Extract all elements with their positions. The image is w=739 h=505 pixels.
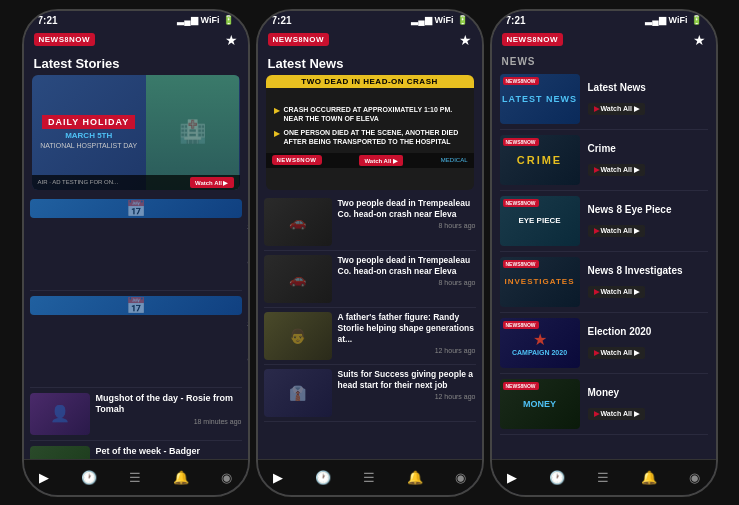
cat-watch-btn-el[interactable]: ▶ Watch All ▶ [588,347,645,359]
news2-text-3: Suits for Success giving people a head s… [338,369,476,400]
watch-label-cr: Watch All ▶ [601,166,639,174]
nav-more-3[interactable]: ◉ [689,470,700,485]
category-election[interactable]: NEWS8NOW ★ CAMPAIGN 2020 Election 2020 ▶… [500,313,708,374]
news-item-3[interactable]: 🐾 Pet of the week - Badger 18 minutes ag… [30,441,242,459]
cat-name-mn: Money [588,387,708,398]
cat-watch-btn-mn[interactable]: ▶ Watch All ▶ [588,408,645,420]
nav-menu-1[interactable]: ☰ [129,470,141,485]
watch-all-btn-2[interactable]: Watch All ▶ [359,155,403,166]
nav-menu-2[interactable]: ☰ [363,470,375,485]
phone-2: 7:21 ▂▄▆ WiFi 🔋 NEWS8NOW ★ Latest News T… [256,9,484,497]
news-text-3: Pet of the week - Badger 18 minutes ago [96,446,242,459]
watch-all-btn-1[interactable]: Watch All ▶ [190,177,234,188]
money-label: MONEY [523,399,556,409]
thumb-daily-0: 📅 [30,199,242,218]
cat-info-ln: Latest News ▶ Watch All ▶ [588,82,708,115]
news2-item-1[interactable]: 🚗 Two people dead in Trempealeau Co. hea… [264,251,476,308]
nav-clock-1[interactable]: 🕐 [81,470,97,485]
nav-more-2[interactable]: ◉ [455,470,466,485]
breaking-bg: ▶ CRASH OCCURRED AT APPROXIMATELY 1:10 P… [266,88,474,168]
thumb-icon-c1: 🚗 [289,271,306,287]
hero-banner-1[interactable]: DAILY HOLIDAY MARCH 5TH NATIONAL HOSPITA… [32,75,240,190]
news-item-2[interactable]: 👤 Mugshot of the day - Rosie from Tomah … [30,388,242,441]
category-latest-news[interactable]: NEWS8NOW LATEST NEWS Latest News ▶ Watch… [500,69,708,130]
cat-watch-btn-inv[interactable]: ▶ Watch All ▶ [588,286,645,298]
news2-text-0: Two people dead in Trempealeau Co. head-… [338,198,476,229]
wifi-icon-1: WiFi [201,15,220,25]
phone-content-1: DAILY HOLIDAY MARCH 5TH NATIONAL HOSPITA… [24,75,248,459]
cat-watch-btn-ep[interactable]: ▶ Watch All ▶ [588,225,645,237]
nav-alert-1[interactable]: 🔔 [173,470,189,485]
page-title-1: Latest Stories [24,52,248,75]
cat-thumb-inner-ln: NEWS8NOW LATEST NEWS [500,74,580,124]
nav-more-1[interactable]: ◉ [221,470,232,485]
cat-logo-mn: NEWS8NOW [503,382,539,390]
nav-home-1[interactable]: ▶ [39,470,49,485]
play-icon-ep: ▶ [594,227,599,235]
news2-text-2: A father's father figure: Randy Storlie … [338,312,476,354]
cat-info-inv: News 8 Investigates ▶ Watch All ▶ [588,265,708,298]
breaking-logo-row: NEWS8NOW Watch All ▶ MEDICAL [266,153,474,168]
news2-text-1: Two people dead in Trempealeau Co. head-… [338,255,476,286]
cat-thumb-crime: NEWS8NOW CRIME [500,135,580,185]
thumb-icon-2: 👤 [50,404,70,423]
cat-name-cr: Crime [588,143,708,154]
nav-clock-2[interactable]: 🕐 [315,470,331,485]
news2-item-2[interactable]: 👨 A father's father figure: Randy Storli… [264,308,476,365]
watch-label-inv: Watch All ▶ [601,288,639,296]
wifi-icon-3: WiFi [669,15,688,25]
news2-headline-2: A father's father figure: Randy Storlie … [338,312,476,345]
cat-name-ln: Latest News [588,82,708,93]
bullet-1: ▶ [274,129,280,138]
thumb-mug-2: 👤 [30,393,90,435]
nav-home-2[interactable]: ▶ [273,470,283,485]
cat-info-ep: News 8 Eye Piece ▶ Watch All ▶ [588,204,708,237]
news2-time-0: 8 hours ago [338,222,476,229]
star-icon-1[interactable]: ★ [225,32,238,48]
status-bar-2: 7:21 ▂▄▆ WiFi 🔋 [258,11,482,28]
bottom-nav-2: ▶ 🕐 ☰ 🔔 ◉ [258,459,482,495]
bottom-nav-3: ▶ 🕐 ☰ 🔔 ◉ [492,459,716,495]
nav-clock-3[interactable]: 🕐 [549,470,565,485]
cat-name-inv: News 8 Investigates [588,265,708,276]
play-icon-cr: ▶ [594,166,599,174]
star-icon-2[interactable]: ★ [459,32,472,48]
news2-item-0[interactable]: 🚗 Two people dead in Trempealeau Co. hea… [264,194,476,251]
news2-headline-1: Two people dead in Trempealeau Co. head-… [338,255,476,277]
category-investigates[interactable]: NEWS8NOW INVESTIGATES News 8 Investigate… [500,252,708,313]
star-icon-3[interactable]: ★ [693,32,706,48]
headline-3: Pet of the week - Badger [96,446,242,458]
bottom-nav-1: ▶ 🕐 ☰ 🔔 ◉ [24,459,248,495]
star-election: ★ [533,330,547,349]
category-eyepiece[interactable]: NEWS8NOW EYE PIECE News 8 Eye Piece ▶ Wa… [500,191,708,252]
cat-watch-btn-ln[interactable]: ▶ Watch All ▶ [588,103,645,115]
nav-alert-2[interactable]: 🔔 [407,470,423,485]
news-item-1[interactable]: 📅 Daily Holiday - 3/5/20 - National Hosp… [30,291,242,388]
time-2: 18 minutes ago [96,418,242,425]
watch-label-el: Watch All ▶ [601,349,639,357]
news2-item-3[interactable]: 👔 Suits for Success giving people a head… [264,365,476,422]
cat-watch-btn-cr[interactable]: ▶ Watch All ▶ [588,164,645,176]
wifi-icon-2: WiFi [435,15,454,25]
thumb-icon-1: 📅 [126,296,146,315]
play-icon-mn: ▶ [594,410,599,418]
thumb-crash-1: 🚗 [264,255,332,303]
news2-time-2: 12 hours ago [338,347,476,354]
thumb-suits-3: 👔 [264,369,332,417]
headline-2: Mugshot of the day - Rosie from Tomah [96,393,242,416]
category-crime[interactable]: NEWS8NOW CRIME Crime ▶ Watch All ▶ [500,130,708,191]
holiday-date: MARCH 5TH [65,131,112,140]
nav-menu-3[interactable]: ☰ [597,470,609,485]
news-text-2: Mugshot of the day - Rosie from Tomah 18… [96,393,242,425]
news-list-2: 🚗 Two people dead in Trempealeau Co. hea… [258,194,482,459]
nav-alert-3[interactable]: 🔔 [641,470,657,485]
cat-logo-ep: NEWS8NOW [503,199,539,207]
breaking-banner[interactable]: TWO DEAD IN HEAD-ON CRASH ▶ CRASH OCCURR… [266,75,474,190]
news-item-0[interactable]: 📅 Daily Holiday - 3/5/20 - National Hosp… [30,194,242,291]
breaking-text-0: CRASH OCCURRED AT APPROXIMATELY 1:10 PM.… [284,105,466,123]
category-money[interactable]: NEWS8NOW MONEY Money ▶ Watch All ▶ [500,374,708,435]
nav-home-3[interactable]: ▶ [507,470,517,485]
cat-thumb-inner-cr: NEWS8NOW CRIME [500,135,580,185]
breaking-point-1: ▶ ONE PERSON DIED AT THE SCENE, ANOTHER … [274,128,466,146]
battery-icon-2: 🔋 [457,15,468,25]
